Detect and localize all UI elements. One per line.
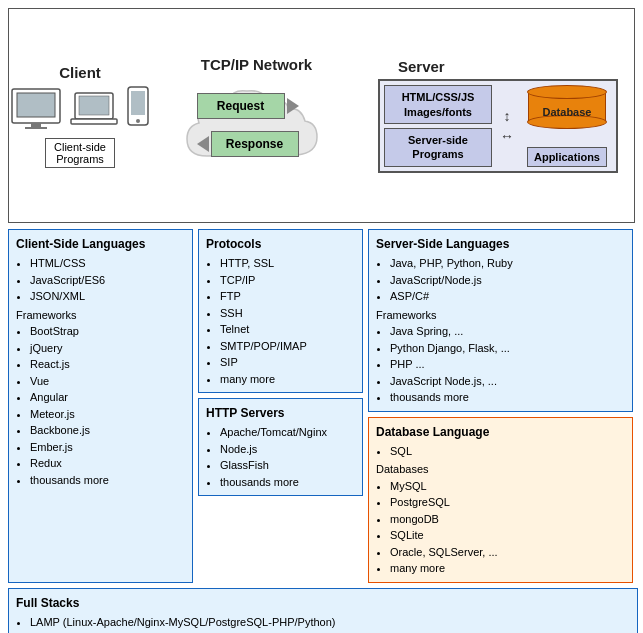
cloud-wrap: Request Response bbox=[177, 81, 337, 176]
svg-rect-8 bbox=[131, 91, 145, 115]
list-item: thousands more bbox=[390, 389, 625, 406]
list-item: many more bbox=[220, 371, 355, 388]
panels-row1: Client-Side Languages HTML/CSS JavaScrip… bbox=[8, 229, 635, 583]
list-item: Oracle, SQLServer, ... bbox=[390, 544, 625, 561]
list-item: HTTP, SSL bbox=[220, 255, 355, 272]
database-title: Database Language bbox=[376, 423, 625, 441]
client-side-panel: Client-Side Languages HTML/CSS JavaScrip… bbox=[8, 229, 193, 583]
list-item: Backbone.js bbox=[30, 422, 185, 439]
protocols-title: Protocols bbox=[206, 235, 355, 253]
list-item: SMTP/POP/IMAP bbox=[220, 338, 355, 355]
diagram-section: Client bbox=[8, 8, 635, 223]
list-item: many more bbox=[390, 560, 625, 577]
list-item: FTP bbox=[220, 288, 355, 305]
frameworks-list: BootStrap jQuery React.js Vue Angular Me… bbox=[16, 323, 185, 488]
list-item: Python Django, Flask, ... bbox=[390, 340, 625, 357]
server-frameworks-list: Java Spring, ... Python Django, Flask, .… bbox=[376, 323, 625, 406]
list-item: Angular bbox=[30, 389, 185, 406]
svg-rect-1 bbox=[17, 93, 55, 117]
full-stacks-list: LAMP (Linux-Apache/Nginx-MySQL/PostgreSQ… bbox=[16, 614, 630, 634]
database-lang-list: SQL bbox=[376, 443, 625, 460]
list-item: PostgreSQL bbox=[390, 494, 625, 511]
server-inner: HTML/CSS/JS Images/fonts Server-side Pro… bbox=[378, 79, 618, 172]
server-frameworks-label: Frameworks bbox=[376, 307, 625, 324]
server-side-programs-box: Server-side Programs bbox=[384, 128, 492, 167]
laptop-icon bbox=[69, 89, 119, 132]
list-item: BootStrap bbox=[30, 323, 185, 340]
list-item: MySQL bbox=[390, 478, 625, 495]
arrow-col: ↕ ↔ bbox=[496, 85, 518, 166]
databases-list: MySQL PostgreSQL mongoDB SQLite Oracle, … bbox=[376, 478, 625, 577]
network-title: TCP/IP Network bbox=[201, 56, 312, 73]
list-item: Redux bbox=[30, 455, 185, 472]
server-boxes: HTML/CSS/JS Images/fonts Server-side Pro… bbox=[384, 85, 492, 166]
list-item: Ember.js bbox=[30, 439, 185, 456]
list-item: JavaScript/ES6 bbox=[30, 272, 185, 289]
client-devices bbox=[9, 85, 151, 134]
full-stacks-title: Full Stacks bbox=[16, 594, 630, 612]
list-item: jQuery bbox=[30, 340, 185, 357]
list-item: mongoDB bbox=[390, 511, 625, 528]
list-item: LAMP (Linux-Apache/Nginx-MySQL/PostgreSQ… bbox=[30, 614, 630, 631]
list-item: thousands more bbox=[30, 472, 185, 489]
monitor-svg bbox=[9, 86, 63, 134]
list-item: Node.js bbox=[220, 441, 355, 458]
svg-rect-2 bbox=[31, 123, 41, 127]
request-row: Request bbox=[197, 93, 299, 119]
server-side-panel: Server-Side Languages Java, PHP, Python,… bbox=[368, 229, 633, 412]
svg-rect-3 bbox=[25, 127, 47, 129]
list-item: thousands more bbox=[220, 474, 355, 491]
list-item: SSH bbox=[220, 305, 355, 322]
arrow-down-icon: ↔ bbox=[500, 128, 514, 144]
phone-icon bbox=[125, 85, 151, 134]
svg-rect-6 bbox=[71, 119, 117, 124]
client-side-list: HTML/CSS JavaScript/ES6 JSON/XML bbox=[16, 255, 185, 305]
list-item: HTML/CSS bbox=[30, 255, 185, 272]
list-item: Telnet bbox=[220, 321, 355, 338]
database-cylinder: Database bbox=[527, 85, 607, 139]
server-title: Server bbox=[398, 58, 445, 75]
frameworks-label: Frameworks bbox=[16, 307, 185, 324]
response-row: Response bbox=[197, 131, 299, 157]
full-stacks-panel: Full Stacks LAMP (Linux-Apache/Nginx-MyS… bbox=[8, 588, 638, 634]
list-item: TCP/IP bbox=[220, 272, 355, 289]
server-right: Database Applications bbox=[522, 85, 612, 166]
client-area: Client bbox=[15, 64, 145, 168]
list-item: Meteor.js bbox=[30, 406, 185, 423]
http-servers-list: Apache/Tomcat/Nginx Node.js GlassFish th… bbox=[206, 424, 355, 490]
list-item: SQL bbox=[390, 443, 625, 460]
applications-box: Applications bbox=[527, 147, 607, 167]
client-label: Client-side Programs bbox=[45, 138, 115, 168]
network-area: TCP/IP Network Request Response bbox=[172, 56, 342, 176]
db-label: Database bbox=[543, 106, 592, 118]
list-item: JavaScript Node.js, ... bbox=[390, 373, 625, 390]
list-item: React.js bbox=[30, 356, 185, 373]
client-title: Client bbox=[59, 64, 101, 81]
request-arrow bbox=[287, 98, 299, 114]
list-item: JSON/XML bbox=[30, 288, 185, 305]
html-css-js-box: HTML/CSS/JS Images/fonts bbox=[384, 85, 492, 124]
main-container: Client bbox=[0, 0, 643, 633]
protocols-panel: Protocols HTTP, SSL TCP/IP FTP SSH Telne… bbox=[198, 229, 363, 393]
list-item: GlassFish bbox=[220, 457, 355, 474]
protocols-list: HTTP, SSL TCP/IP FTP SSH Telnet SMTP/POP… bbox=[206, 255, 355, 387]
list-item: Apache/Tomcat/Nginx bbox=[220, 424, 355, 441]
request-box: Request bbox=[197, 93, 285, 119]
svg-point-9 bbox=[136, 119, 140, 123]
databases-label: Databases bbox=[376, 461, 625, 478]
http-servers-panel: HTTP Servers Apache/Tomcat/Nginx Node.js… bbox=[198, 398, 363, 496]
svg-rect-5 bbox=[79, 96, 109, 115]
laptop-svg bbox=[69, 89, 119, 129]
http-servers-title: HTTP Servers bbox=[206, 404, 355, 422]
list-item: SQLite bbox=[390, 527, 625, 544]
server-side-list: Java, PHP, Python, Ruby JavaScript/Node.… bbox=[376, 255, 625, 305]
server-side-title: Server-Side Languages bbox=[376, 235, 625, 253]
list-item: Java, PHP, Python, Ruby bbox=[390, 255, 625, 272]
right-panels: Server-Side Languages Java, PHP, Python,… bbox=[368, 229, 633, 583]
list-item: ASP/C# bbox=[390, 288, 625, 305]
server-area: Server HTML/CSS/JS Images/fonts Server-s… bbox=[368, 58, 628, 172]
list-item: PHP ... bbox=[390, 356, 625, 373]
client-side-title: Client-Side Languages bbox=[16, 235, 185, 253]
response-box: Response bbox=[211, 131, 299, 157]
list-item: JavaScript/Node.js bbox=[390, 272, 625, 289]
